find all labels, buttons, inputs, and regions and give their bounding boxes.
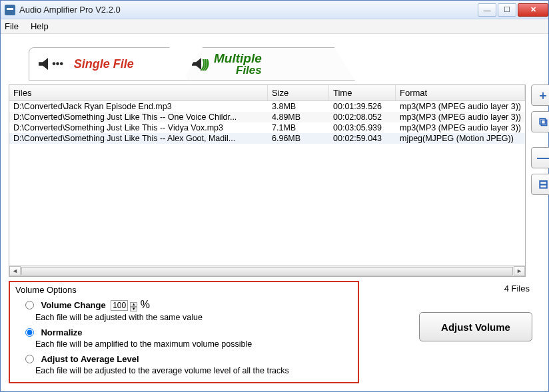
tab-multiple-label-top: Multiple	[214, 52, 262, 65]
table-row[interactable]: D:\Converted\Something Just Like This --…	[9, 133, 525, 144]
cell-size: 6.96MB	[268, 134, 329, 143]
dots-icon: •••	[52, 58, 63, 70]
radio-average-level[interactable]	[25, 355, 34, 363]
header-files[interactable]: Files	[9, 85, 268, 100]
add-folder-button[interactable]: ⧉	[531, 111, 549, 132]
app-icon	[5, 5, 15, 15]
speaker-icon	[192, 58, 201, 70]
volume-change-desc: Each file will be adjusted with the same…	[35, 313, 352, 322]
scroll-right-icon[interactable]: ►	[514, 266, 525, 276]
average-level-desc: Each file will be adjusted to the averag…	[35, 366, 352, 375]
speaker-icon	[39, 58, 48, 70]
cell-file: D:\Converted\Something Just Like This --…	[9, 112, 268, 122]
minimize-button[interactable]: —	[478, 3, 496, 17]
header-time[interactable]: Time	[329, 85, 396, 100]
cell-format: mp3(MP3 (MPEG audio layer 3))	[396, 112, 525, 122]
cell-time: 00:03:05.939	[329, 123, 396, 132]
table-row[interactable]: D:\Converted\Something Just Like This --…	[9, 112, 525, 122]
close-button[interactable]: ✕	[518, 3, 548, 17]
menu-file[interactable]: File	[5, 21, 19, 31]
menu-help[interactable]: Help	[31, 21, 49, 31]
window-title: Audio Amplifier Pro V2.2.0	[19, 5, 121, 15]
scroll-left-icon[interactable]: ◄	[9, 266, 21, 276]
cell-file: D:\Converted\Something Just Like This --…	[9, 123, 268, 132]
file-count-label: 4 Files	[504, 284, 530, 294]
volume-change-suffix: %	[141, 299, 150, 310]
spinner-down-icon[interactable]: ▼	[130, 307, 137, 311]
header-size[interactable]: Size	[268, 85, 329, 100]
tab-multiple-label-bot: Files	[214, 65, 262, 76]
clear-list-button[interactable]: ⊟	[531, 174, 549, 195]
radio-volume-change[interactable]	[25, 301, 34, 309]
cell-size: 7.1MB	[268, 123, 329, 132]
spinner-up-icon[interactable]: ▲	[130, 302, 137, 307]
mode-tabs: ••• Single File ))) Multiple Files	[9, 41, 540, 81]
file-list[interactable]: Files Size Time Format D:\Converted\Jack…	[9, 85, 526, 277]
app-window: Audio Amplifier Pro V2.2.0 — ☐ ✕ File He…	[0, 0, 549, 392]
tab-single-file-label: Single File	[74, 57, 134, 71]
waves-icon: )))	[201, 57, 207, 71]
remove-file-button[interactable]: —	[531, 147, 549, 168]
add-file-button[interactable]: ＋	[531, 85, 549, 106]
adjust-volume-button[interactable]: Adjust Volume	[419, 312, 532, 341]
normalize-desc: Each file will be amplified to the maxim…	[35, 339, 352, 349]
volume-options-title: Volume Options	[15, 285, 352, 295]
cell-time: 00:02:59.043	[329, 134, 396, 143]
file-list-header: Files Size Time Format	[9, 85, 525, 101]
average-level-label: Adjust to Average Level	[41, 354, 139, 364]
titlebar[interactable]: Audio Amplifier Pro V2.2.0 — ☐ ✕	[1, 1, 548, 19]
horizontal-scrollbar[interactable]: ◄ ►	[9, 265, 525, 276]
volume-options-panel: Volume Options Volume Change 100▲▼ % Eac…	[9, 281, 359, 383]
tab-single-file[interactable]: ••• Single File	[29, 47, 189, 81]
radio-normalize[interactable]	[25, 328, 34, 337]
cell-format: mp3(MP3 (MPEG audio layer 3))	[396, 123, 525, 132]
cell-time: 00:02:08.052	[329, 112, 396, 122]
cell-file: D:\Converted\Jack Ryan Episode End.mp3	[9, 102, 268, 111]
cell-file: D:\Converted\Something Just Like This --…	[9, 134, 268, 143]
normalize-label: Normalize	[41, 327, 82, 337]
menubar: File Help	[1, 19, 548, 34]
table-row[interactable]: D:\Converted\Something Just Like This --…	[9, 122, 525, 133]
table-row[interactable]: D:\Converted\Jack Ryan Episode End.mp33.…	[9, 101, 525, 112]
header-format[interactable]: Format	[396, 85, 525, 100]
cell-size: 3.8MB	[268, 102, 329, 111]
cell-format: mp3(MP3 (MPEG audio layer 3))	[396, 102, 525, 111]
scrollbar-thumb[interactable]	[21, 267, 513, 276]
cell-size: 4.89MB	[268, 112, 329, 122]
tab-multiple-files[interactable]: ))) Multiple Files	[182, 47, 355, 81]
cell-time: 00:01:39.526	[329, 102, 396, 111]
volume-change-value[interactable]: 100	[111, 300, 128, 311]
cell-format: mjpeg(MJPEG (Motion JPEG))	[396, 134, 525, 143]
volume-change-label: Volume Change	[41, 300, 105, 310]
maximize-button[interactable]: ☐	[498, 3, 516, 17]
